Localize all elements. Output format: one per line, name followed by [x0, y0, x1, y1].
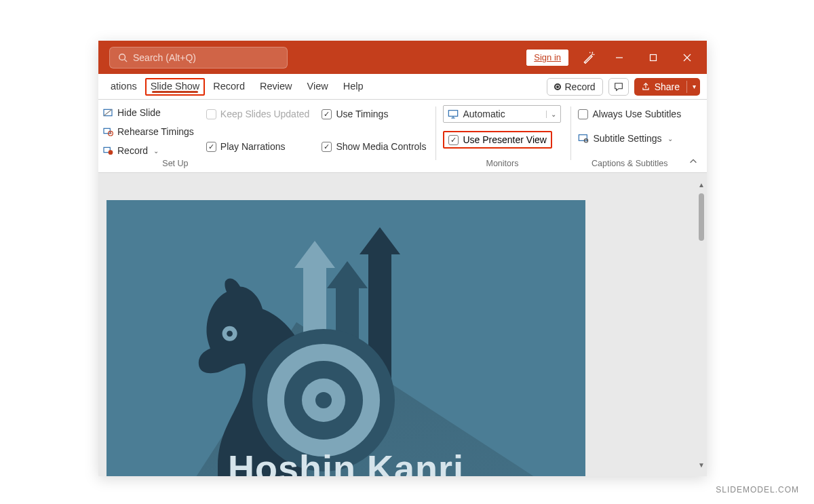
record-icon [102, 145, 113, 156]
rehearse-label: Rehearse Timings [117, 126, 194, 137]
title-bar: Search (Alt+Q) Sign in [98, 41, 707, 74]
tab-view[interactable]: View [301, 77, 335, 97]
record-label: Record [565, 81, 596, 92]
slide-canvas[interactable]: Hoshin Kanri [106, 200, 585, 476]
chevron-down-icon: ⌄ [546, 111, 556, 118]
group-label-captions: Captions & Subtitles [578, 159, 681, 170]
share-label: Share [655, 81, 680, 92]
search-icon [118, 53, 128, 62]
slide-title: Hoshin Kanri [106, 447, 585, 476]
monitor-select-value: Automatic [463, 109, 505, 119]
svg-point-18 [227, 330, 233, 336]
search-placeholder: Search (Alt+Q) [133, 52, 196, 63]
presenter-label: Use Presenter View [463, 134, 546, 145]
tab-slide-show[interactable]: Slide Show [145, 78, 206, 96]
svg-point-0 [119, 54, 125, 60]
scroll-up-button[interactable]: ▲ [697, 180, 705, 189]
close-button[interactable] [672, 41, 703, 74]
subtitle-settings-button[interactable]: Subtitle Settings ⌄ [578, 131, 681, 146]
keep-slides-updated-checkbox: Keep Slides Updated [206, 106, 310, 121]
rehearse-icon [102, 126, 113, 137]
record-ribbon-label: Record [117, 145, 148, 156]
always-subtitles-label: Always Use Subtitles [592, 109, 681, 119]
checkbox-icon [578, 109, 588, 119]
svg-rect-3 [651, 54, 657, 60]
play-narrations-checkbox[interactable]: Play Narrations [206, 139, 310, 154]
chevron-down-icon[interactable]: ▾ [693, 83, 696, 90]
chevron-down-icon: ⌄ [667, 135, 673, 142]
signin-label: Sign in [534, 52, 561, 62]
svg-point-11 [109, 150, 113, 155]
chevron-down-icon: ⌄ [153, 147, 159, 155]
group-label-monitors: Monitors [443, 159, 561, 170]
share-button[interactable]: Share ▾ [634, 78, 700, 96]
tab-partial[interactable]: ations [104, 77, 144, 97]
group-captions: Always Use Subtitles Subtitle Settings ⌄… [571, 100, 691, 172]
search-input[interactable]: Search (Alt+Q) [109, 47, 288, 69]
show-media-controls-checkbox[interactable]: Show Media Controls [322, 139, 426, 154]
maximize-button[interactable] [638, 41, 669, 74]
workspace: Hoshin Kanri ▲ ▼ [98, 173, 707, 476]
tab-review[interactable]: Review [253, 77, 299, 97]
always-use-subtitles-checkbox[interactable]: Always Use Subtitles [578, 106, 681, 121]
use-presenter-view-checkbox[interactable]: Use Presenter View [443, 131, 551, 149]
hide-slide-icon [102, 107, 113, 118]
tab-record[interactable]: Record [206, 77, 252, 97]
play-narrations-label: Play Narrations [220, 141, 286, 152]
checkbox-icon [206, 142, 216, 152]
use-timings-checkbox[interactable]: Use Timings [322, 106, 426, 121]
comments-button[interactable] [608, 78, 629, 96]
hide-slide-button[interactable]: Hide Slide [102, 105, 194, 120]
share-divider [686, 81, 687, 93]
group-monitors: Automatic ⌄ Use Presenter View Monitors [436, 100, 570, 172]
rehearse-timings-button[interactable]: Rehearse Timings [102, 124, 194, 139]
checkbox-icon [206, 109, 216, 119]
checkbox-icon [448, 135, 459, 145]
svg-rect-15 [579, 135, 587, 141]
record-button[interactable]: Record [547, 78, 603, 96]
svg-line-7 [104, 109, 112, 115]
svg-rect-12 [449, 111, 458, 117]
hide-slide-label: Hide Slide [117, 107, 161, 118]
scroll-down-button[interactable]: ▼ [697, 460, 705, 469]
tab-help[interactable]: Help [336, 77, 370, 97]
keep-updated-label: Keep Slides Updated [220, 109, 310, 119]
monitor-select[interactable]: Automatic ⌄ [443, 105, 561, 123]
minimize-button[interactable] [604, 41, 635, 74]
ribbon-tabs: ations Slide Show Record Review View Hel… [98, 74, 707, 100]
vertical-scrollbar[interactable]: ▲ ▼ [697, 178, 705, 471]
watermark: SLIDEMODEL.COM [716, 485, 799, 495]
checkbox-icon [322, 109, 332, 119]
group-label-setup: Set Up [157, 159, 194, 170]
subtitle-settings-label: Subtitle Settings [593, 133, 661, 144]
coming-soon-icon[interactable] [577, 41, 601, 74]
ribbon: Hide Slide Rehearse Timings Record ⌄ [98, 100, 707, 173]
checkbox-icon [322, 142, 332, 152]
titlebar-right: Sign in [526, 41, 707, 74]
use-timings-label: Use Timings [336, 109, 388, 119]
ribbon-collapse-button[interactable] [686, 155, 700, 168]
svg-line-1 [125, 59, 128, 62]
scroll-thumb[interactable] [699, 193, 704, 241]
subtitle-settings-icon [578, 133, 589, 144]
svg-rect-8 [104, 128, 110, 133]
tabrow-actions: Record Share ▾ [547, 78, 708, 96]
app-window: Search (Alt+Q) Sign in ations Slide Show… [98, 41, 707, 476]
monitor-icon [448, 109, 459, 119]
signin-button[interactable]: Sign in [526, 50, 568, 66]
show-media-label: Show Media Controls [336, 141, 426, 152]
record-dropdown[interactable]: Record ⌄ [102, 143, 194, 158]
record-dot-icon [554, 83, 561, 90]
share-icon [641, 82, 651, 92]
group-setup: Hide Slide Rehearse Timings Record ⌄ [98, 100, 435, 172]
target-center [315, 392, 332, 408]
